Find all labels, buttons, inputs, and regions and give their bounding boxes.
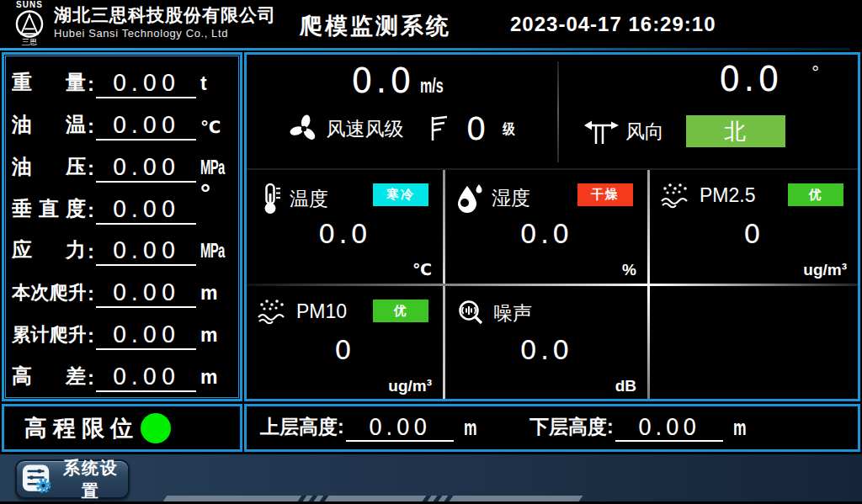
system-settings-button[interactable]: 系统设置 <box>15 459 130 499</box>
measure-value: 0.00 <box>96 154 196 183</box>
wind-speed-unit: m/s <box>420 75 444 98</box>
measure-unit: ℃ <box>200 117 232 141</box>
measure-unit: m <box>200 282 232 308</box>
cell-head: PM2.5 优 <box>650 169 858 209</box>
measure-row-height-diff: 高 差: 0.00 m <box>12 355 232 392</box>
measure-value: 0.00 <box>96 112 196 141</box>
cell-label: PM2.5 <box>700 184 755 207</box>
measure-colon: : <box>86 366 96 392</box>
footer: 系统设置 <box>0 454 862 504</box>
elevation-limit-indicator <box>141 413 171 443</box>
datetime-display: 2023-04-17 16:29:10 <box>510 13 716 36</box>
measure-label: 高 差 <box>12 363 86 392</box>
upper-height-group: 上层高度: 0.00 m <box>260 414 482 442</box>
cell-value: 0.0 <box>445 334 647 366</box>
measure-row-stress: 应 力: 0.00 MPa <box>12 229 232 266</box>
wind-direction-readout: 0.0 ° <box>560 60 858 98</box>
lower-height-group: 下层高度: 0.00 m <box>529 414 752 442</box>
status-badge: 优 <box>373 300 428 322</box>
wind-direction-row: 风向 北 <box>560 115 858 147</box>
measure-value: 0.00 <box>96 70 196 98</box>
measurement-panel: 重 量: 0.00 t 油 温: 0.00 ℃ 油 压: 0.00 MPa 垂直… <box>2 52 242 401</box>
cell-head: 温度 寒冷 <box>247 169 443 215</box>
cell-unit: ℃ <box>412 260 432 279</box>
company-name: 湖北三思科技股份有限公司 Hubei Sansi Technology Co.,… <box>54 5 276 40</box>
measure-colon: : <box>86 114 96 141</box>
dust-icon <box>660 182 692 209</box>
measure-label: 重 量 <box>12 69 86 98</box>
wind-level-unit: 级 <box>503 119 514 139</box>
measure-row-oil-pressure: 油 压: 0.00 MPa <box>12 146 232 183</box>
dust-icon <box>257 298 289 325</box>
elevation-limit-panel: 高程限位 <box>2 404 242 452</box>
measure-label: 油 压 <box>12 153 86 183</box>
header: SUNS 三思 湖北三思科技股份有限公司 Hubei Sansi Technol… <box>0 0 862 48</box>
cell-unit: ug/m³ <box>388 377 432 395</box>
measure-label: 垂直度 <box>12 195 86 225</box>
cell-head: 湿度 干燥 <box>445 169 647 214</box>
cell-label: PM10 <box>296 300 347 323</box>
measurement-rows: 重 量: 0.00 t 油 温: 0.00 ℃ 油 压: 0.00 MPa 垂直… <box>12 59 232 395</box>
status-badge: 干燥 <box>577 183 633 206</box>
logo-cn-text: 三思 <box>10 39 49 46</box>
measure-value: 0.00 <box>96 196 196 225</box>
company-name-cn: 湖北三思科技股份有限公司 <box>54 5 276 25</box>
measure-colon: : <box>86 282 96 308</box>
measure-value: 0.00 <box>96 279 196 308</box>
measure-row-oil-temp: 油 温: 0.00 ℃ <box>12 103 232 141</box>
measure-colon: : <box>86 324 96 350</box>
measure-colon: : <box>86 157 96 183</box>
environment-grid: 温度 寒冷 0.0 ℃ 湿度 干燥 <box>247 169 858 399</box>
measure-colon: : <box>86 72 96 98</box>
header-accent-line <box>0 48 850 50</box>
lower-height-value: 0.00 <box>615 415 723 442</box>
fan-icon <box>289 114 319 144</box>
wind-level-row: 风速风级 0 级 <box>247 110 558 147</box>
wind-direction-badge: 北 <box>686 115 785 147</box>
measure-row-weight: 重 量: 0.00 t <box>12 61 232 98</box>
noise-cell: 噪声 0.0 dB <box>445 285 647 400</box>
temperature-cell: 温度 寒冷 0.0 ℃ <box>247 169 443 284</box>
cell-value: 0.0 <box>445 218 647 250</box>
cell-head: PM10 优 <box>247 285 443 325</box>
cell-label: 噪声 <box>493 300 532 326</box>
settings-sliders-icon <box>22 464 52 495</box>
lower-height-label: 下层高度: <box>529 414 614 442</box>
environment-panel: 0.0 m/s 风速风级 <box>244 52 860 401</box>
cell-head: 噪声 <box>445 285 647 328</box>
lower-height-unit: m <box>733 416 747 442</box>
divider <box>557 61 559 162</box>
elevation-limit-label: 高程限位 <box>24 413 139 443</box>
status-badge: 优 <box>788 183 843 206</box>
wind-direction-label: 风向 <box>625 119 664 145</box>
wind-level-label: 风速风级 <box>326 116 403 142</box>
measure-row-verticality: 垂直度: 0.00 ° <box>12 188 232 225</box>
beaufort-flag-icon <box>428 114 450 143</box>
measure-label: 应 力 <box>12 236 86 266</box>
pm25-cell: PM2.5 优 0 ug/m³ <box>650 169 858 284</box>
measure-unit: m <box>200 366 232 392</box>
page-title: 爬模监测系统 <box>300 11 451 41</box>
logo-suns-text: SUNS <box>10 1 49 9</box>
pm10-cell: PM10 优 0 ug/m³ <box>247 285 443 400</box>
upper-height-value: 0.00 <box>346 415 454 442</box>
measure-row-total-climb: 累计爬升: 0.00 m <box>12 313 232 350</box>
cell-value: 0 <box>650 218 858 250</box>
measure-value: 0.00 <box>96 363 196 392</box>
wind-level-value: 0 <box>466 110 486 147</box>
measure-colon: : <box>86 199 96 225</box>
settings-button-label: 系统设置 <box>59 457 123 502</box>
heights-bar: 上层高度: 0.00 m 下层高度: 0.00 m <box>244 404 860 452</box>
measure-label: 油 温 <box>12 111 86 141</box>
monitoring-screen: SUNS 三思 湖北三思科技股份有限公司 Hubei Sansi Technol… <box>0 0 862 504</box>
cell-unit: ug/m³ <box>803 261 847 279</box>
measure-value: 0.00 <box>96 237 196 266</box>
wind-speed-readout: 0.0 m/s <box>247 61 558 100</box>
humidity-cell: 湿度 干燥 0.0 % <box>445 169 647 284</box>
empty-cell <box>650 285 858 400</box>
thermometer-icon <box>257 182 282 215</box>
status-badge: 寒冷 <box>373 183 428 206</box>
cell-unit: dB <box>615 377 636 395</box>
wind-speed-value: 0.0 <box>351 61 415 100</box>
wind-direction-value: 0.0 <box>719 60 783 98</box>
